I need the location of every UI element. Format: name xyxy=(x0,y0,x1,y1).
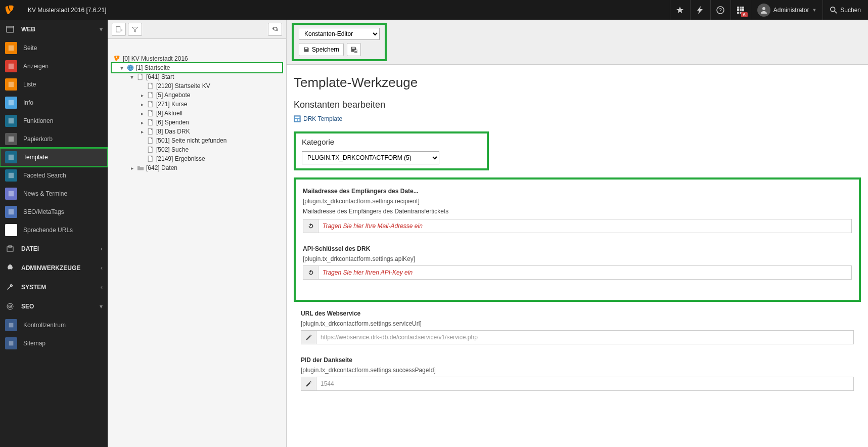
module-papierkorb[interactable]: Papierkorb xyxy=(0,130,108,148)
tree-root[interactable]: [0] KV Musterstadt 2016 xyxy=(112,54,282,63)
module-sitemap[interactable]: Sitemap xyxy=(0,334,108,352)
module-seo-metatags[interactable]: SEO/MetaTags xyxy=(0,203,108,221)
svg-rect-32 xyxy=(9,323,14,328)
search-button[interactable]: Suchen xyxy=(823,0,868,20)
tree-node[interactable]: [2120] Startseite KV xyxy=(112,81,282,91)
tree-node[interactable]: ▸[8] Das DRK xyxy=(112,127,282,136)
tree-node[interactable]: ▸[5] Angebote xyxy=(112,91,282,100)
module-icon xyxy=(5,206,17,218)
svg-point-11 xyxy=(762,7,765,10)
edit-icon[interactable] xyxy=(301,330,316,344)
module-info[interactable]: Info xyxy=(0,94,108,112)
module-label: Anzeigen xyxy=(23,63,49,70)
module-icon xyxy=(5,115,17,127)
notification-badge: 6 xyxy=(741,12,748,17)
group-system[interactable]: SYSTEM ‹ xyxy=(0,278,108,297)
module-anzeigen[interactable]: Anzeigen xyxy=(0,57,108,75)
content-area: Konstanten-Editor Speichern Template-Wer… xyxy=(287,20,868,447)
page-icon xyxy=(136,73,145,81)
module-icon xyxy=(5,188,17,200)
field-input[interactable] xyxy=(316,330,854,344)
field-input[interactable] xyxy=(318,219,852,233)
tree-node[interactable]: [2149] Ergebnisse xyxy=(112,154,282,163)
module-sprechende-urls[interactable]: Sprechende URLs xyxy=(0,221,108,239)
help-icon[interactable]: ? xyxy=(710,0,730,20)
svg-rect-17 xyxy=(9,64,14,69)
field-input[interactable] xyxy=(318,265,852,280)
page-icon xyxy=(147,127,155,136)
app-icon[interactable]: 6 xyxy=(730,0,751,20)
svg-text:+: + xyxy=(121,28,123,33)
template-link[interactable]: DRK Template xyxy=(294,115,861,122)
page-icon xyxy=(147,91,155,99)
group-web[interactable]: WEB ▾ xyxy=(0,20,108,39)
plain-fields: URL des Webservice[plugin.tx_drkcontactf… xyxy=(294,310,861,391)
tree-toggle[interactable]: ▼ xyxy=(129,74,135,80)
tree-toggle[interactable]: ▸ xyxy=(139,111,145,116)
tree-node[interactable]: ▸[642] Daten xyxy=(112,163,282,172)
svg-rect-33 xyxy=(9,341,14,346)
group-admin-label: ADMINWERKZEUGE xyxy=(21,264,80,272)
tree-label: [501] Seite nicht gefunden xyxy=(156,137,226,144)
tree-toggle[interactable]: ▸ xyxy=(139,93,145,98)
edit-icon[interactable] xyxy=(301,377,316,391)
tree-toggle[interactable]: ▼ xyxy=(119,65,125,71)
tree-label: [641] Start xyxy=(146,73,174,80)
module-news-termine[interactable]: News & Termine xyxy=(0,185,108,203)
username: Administrator xyxy=(773,7,809,14)
page-icon xyxy=(136,164,145,172)
refresh-button[interactable] xyxy=(268,23,282,36)
field-path: [plugin.tx_drkcontactform.settings.apiKe… xyxy=(303,255,852,262)
mode-select[interactable]: Konstanten-Editor xyxy=(299,28,380,40)
group-datei[interactable]: DATEI ‹ xyxy=(0,239,108,258)
tree-node[interactable]: ▼[1] Startseite xyxy=(112,63,282,72)
group-web-label: WEB xyxy=(21,26,35,33)
chevron-left-icon: ‹ xyxy=(101,245,103,252)
save-button[interactable]: Speichern xyxy=(299,43,344,56)
module-icon xyxy=(5,319,17,331)
user-menu[interactable]: Administrator ▼ xyxy=(751,0,823,20)
web-icon xyxy=(5,24,15,34)
save-close-button[interactable] xyxy=(347,43,361,56)
tree-node[interactable]: [501] Seite nicht gefunden xyxy=(112,136,282,145)
tree-node[interactable]: ▸[271] Kurse xyxy=(112,100,282,109)
category-select[interactable]: PLUGIN.TX_DRKCONTACTFORM (5) xyxy=(302,151,439,164)
tree-toggle[interactable]: ▸ xyxy=(129,165,135,171)
chevron-down-icon: ▾ xyxy=(100,26,103,33)
module-liste[interactable]: Liste xyxy=(0,75,108,94)
svg-rect-5 xyxy=(737,9,739,11)
svg-rect-34 xyxy=(116,26,120,32)
tree-node[interactable]: ▸[9] Aktuell xyxy=(112,109,282,118)
flash-icon[interactable] xyxy=(690,0,710,20)
module-icon xyxy=(5,97,17,109)
module-kontrollzentrum[interactable]: Kontrollzentrum xyxy=(0,316,108,334)
new-page-button[interactable]: + xyxy=(112,23,126,36)
tree-node[interactable]: [502] Suche xyxy=(112,145,282,154)
constant-field: API-Schlüssel des DRK[plugin.tx_drkconta… xyxy=(303,245,852,280)
module-funktionen[interactable]: Funktionen xyxy=(0,112,108,130)
svg-rect-51 xyxy=(295,117,300,118)
tree-node[interactable]: ▸[6] Spenden xyxy=(112,118,282,127)
field-title: Mailadresse des Empfängers des Date... xyxy=(303,188,852,195)
undo-icon[interactable] xyxy=(303,219,318,233)
group-admin[interactable]: ADMINWERKZEUGE ‹ xyxy=(0,258,108,278)
topbar: KV Musterstadt 2016 [7.6.21] ? 6 Adminis… xyxy=(0,0,868,20)
rocket-icon xyxy=(5,263,15,273)
module-faceted-search[interactable]: Faceted Search xyxy=(0,166,108,185)
tree-node[interactable]: ▼[641] Start xyxy=(112,72,282,81)
typo3-logo[interactable] xyxy=(0,0,20,20)
svg-rect-4 xyxy=(742,7,744,9)
module-template[interactable]: Template xyxy=(0,148,108,166)
undo-icon[interactable] xyxy=(303,265,318,280)
bookmark-icon[interactable] xyxy=(670,0,690,20)
svg-point-12 xyxy=(831,7,835,11)
module-seite[interactable]: Seite xyxy=(0,39,108,57)
tree-toggle[interactable]: ▸ xyxy=(139,129,145,135)
page-icon xyxy=(147,137,155,145)
tree-toggle[interactable]: ▸ xyxy=(139,120,145,125)
page-tree-panel: + [0] KV Musterstadt 2016 ▼[1] Startseit… xyxy=(108,20,287,447)
tree-toggle[interactable]: ▸ xyxy=(139,102,145,107)
group-seo[interactable]: SEO ▾ xyxy=(0,297,108,316)
field-input[interactable] xyxy=(316,377,854,391)
filter-button[interactable] xyxy=(128,23,142,36)
